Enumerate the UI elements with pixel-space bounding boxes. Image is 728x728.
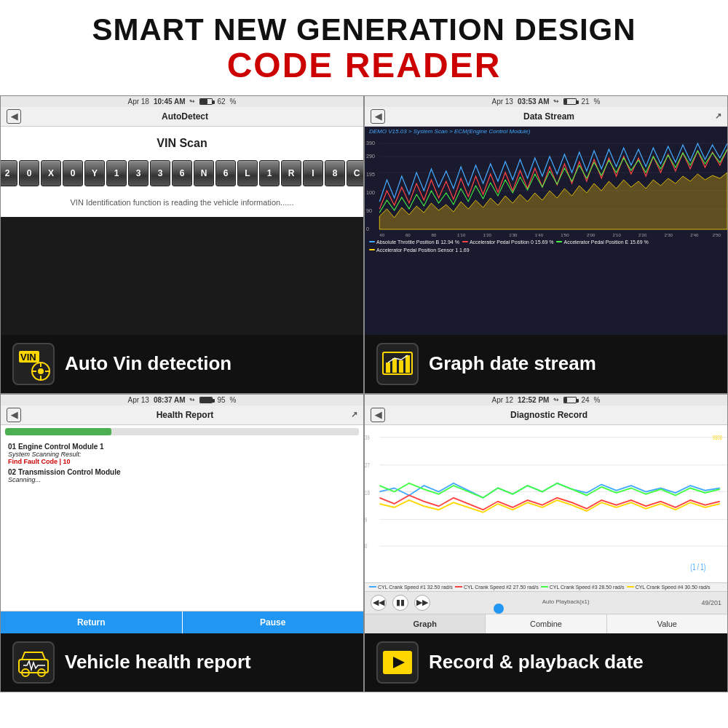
diag-battery-icon — [563, 397, 577, 403]
vin-back-button[interactable]: ◀ — [7, 109, 21, 124]
panel-health: Apr 13 08:37 AM ↬ 95% ◀ Health Report ↗ — [0, 394, 364, 692]
vin-digit: 6 — [215, 160, 236, 186]
svg-text:1'40: 1'40 — [535, 233, 544, 237]
health-return-button[interactable]: Return — [1, 612, 182, 633]
diag-progress-label: 49/201 — [701, 599, 721, 606]
vin-icon: VIN — [16, 347, 51, 381]
diag-chart-svg: 36 27 18 9 0 9900 — [365, 425, 727, 582]
vin-digit: 0 — [19, 160, 39, 186]
vin-digit: Y — [84, 160, 105, 186]
vin-digit: 1 — [259, 160, 280, 186]
tab-value[interactable]: Value — [606, 614, 727, 633]
diag-date: Apr 12 — [492, 396, 513, 404]
ds-chart: 390 290 195 100 90 0 — [365, 136, 727, 238]
diag-pause-button[interactable]: ▮▮ — [392, 595, 408, 611]
ds-battery-pct: 21 — [581, 98, 589, 106]
vin-digit: C — [347, 160, 363, 186]
diag-wifi-icon: ↬ — [553, 396, 559, 403]
health-feature-text: Vehicle health report — [65, 651, 251, 673]
vin-screen: Apr 18 10:45 AM ↬ 62% ◀ AutoDetect VIN S… — [1, 96, 363, 335]
svg-text:80: 80 — [431, 233, 436, 237]
vin-wifi-icon: ↬ — [189, 98, 195, 105]
diag-playback-controls: ◀◀ ▮▮ ▶▶ Auto Playback(x1) 49/201 — [365, 591, 727, 614]
ds-battery-icon — [563, 98, 577, 105]
graph-icon — [380, 347, 415, 381]
vin-app-bar: ◀ AutoDetect — [1, 107, 363, 127]
record-icon — [380, 645, 415, 680]
ds-legend-item-3: Accelerator Pedal Position E 15.69 % — [556, 240, 648, 245]
ds-legend-item-2: Accelerator Pedal Position 0 15.69 % — [462, 240, 554, 245]
vin-feature-text: Auto Vin detection — [65, 352, 232, 375]
diag-next-button[interactable]: ▶▶ — [414, 595, 430, 611]
datastream-screen: Apr 13 03:53 AM ↬ 21% ◀ Data Stream ↗ DE… — [365, 96, 727, 335]
svg-text:2'30: 2'30 — [665, 233, 673, 237]
vin-app-title: AutoDetect — [27, 111, 343, 122]
diag-app-title: Diagnostic Record — [391, 410, 707, 420]
tab-combine[interactable]: Combine — [485, 614, 606, 633]
ds-app-title: Data Stream — [391, 111, 707, 122]
vin-digit: L — [237, 160, 258, 186]
vin-battery-pct: 62 — [217, 98, 225, 106]
svg-text:1'20: 1'20 — [483, 233, 492, 237]
svg-text:27: 27 — [365, 462, 370, 470]
header-line1: SMART NEW GENERATION DESIGN — [7, 13, 721, 47]
health-module-2: 02 Transmission Control Module Scanning.… — [8, 468, 356, 483]
diag-status-bar: Apr 12 12:52 PM ↬ 24% — [365, 395, 727, 405]
health-back-button[interactable]: ◀ — [7, 408, 21, 422]
health-feature-label: Vehicle health report — [1, 633, 363, 692]
svg-text:40: 40 — [379, 233, 384, 237]
health-module-2-title: 02 Transmission Control Module — [8, 468, 356, 476]
svg-text:2'00: 2'00 — [587, 233, 596, 237]
vin-digit: R — [281, 160, 301, 186]
vin-roller: 20X0Y1336N6L1RI8C — [1, 160, 363, 186]
svg-rect-40 — [405, 355, 410, 373]
svg-text:2'40: 2'40 — [690, 233, 699, 237]
ds-path: DEMO V15.03 > System Scan > ECM(Engine C… — [365, 127, 727, 136]
vin-date: Apr 18 — [127, 98, 149, 106]
health-date: Apr 13 — [127, 396, 149, 404]
health-buttons: Return Pause — [1, 611, 363, 633]
health-export-icon[interactable]: ↗ — [343, 410, 357, 419]
vin-scan-title: VIN Scan — [157, 137, 207, 150]
svg-text:1'30: 1'30 — [509, 233, 518, 237]
diag-chart: 36 27 18 9 0 9900 — [365, 425, 727, 582]
svg-text:VIN: VIN — [20, 352, 36, 363]
svg-text:290: 290 — [366, 154, 375, 159]
svg-text:18: 18 — [365, 489, 370, 497]
svg-text:36: 36 — [365, 433, 370, 441]
ds-wifi-icon: ↬ — [553, 98, 559, 105]
vin-digit: 3 — [128, 160, 149, 186]
ds-time: 03:53 AM — [518, 98, 550, 106]
svg-text:0: 0 — [366, 226, 369, 232]
ds-feature-text: Graph date stream — [429, 352, 596, 375]
svg-text:0: 0 — [365, 542, 368, 550]
health-app-bar: ◀ Health Report ↗ — [1, 405, 363, 425]
health-app-title: Health Report — [27, 410, 343, 420]
svg-text:1'10: 1'10 — [457, 233, 466, 237]
diag-legend: CYL Crank Speed #1 32.50 rad/s CYL Crank… — [365, 582, 727, 591]
svg-text:195: 195 — [366, 172, 375, 177]
ds-status-bar: Apr 13 03:53 AM ↬ 21% — [365, 96, 727, 107]
diag-time: 12:52 PM — [518, 396, 549, 404]
health-pause-button[interactable]: Pause — [182, 612, 364, 633]
svg-rect-37 — [386, 363, 390, 373]
diag-back-button[interactable]: ◀ — [371, 408, 385, 422]
svg-text:1'50: 1'50 — [561, 233, 569, 237]
tab-graph[interactable]: Graph — [365, 614, 485, 633]
svg-text:2'20: 2'20 — [638, 233, 647, 237]
health-fault-1: Find Fault Code | 10 — [8, 458, 356, 465]
svg-text:(1 / 1): (1 / 1) — [690, 561, 705, 571]
ds-export-icon[interactable]: ↗ — [707, 111, 721, 121]
vin-digit: 8 — [325, 160, 345, 186]
ds-back-button[interactable]: ◀ — [371, 109, 385, 124]
diag-prev-button[interactable]: ◀◀ — [371, 595, 387, 611]
health-content: 01 Engine Control Module 1 System Scanni… — [1, 438, 363, 611]
svg-text:9: 9 — [365, 515, 368, 523]
diag-screen: Apr 12 12:52 PM ↬ 24% ◀ Diagnostic Recor… — [365, 395, 727, 633]
svg-point-3 — [38, 368, 44, 374]
svg-text:100: 100 — [366, 190, 375, 195]
ds-feature-icon-box — [376, 343, 419, 385]
vin-digit: X — [41, 160, 61, 186]
svg-text:2'50: 2'50 — [713, 233, 721, 237]
ds-chart-svg: 390 290 195 100 90 0 — [365, 136, 727, 238]
